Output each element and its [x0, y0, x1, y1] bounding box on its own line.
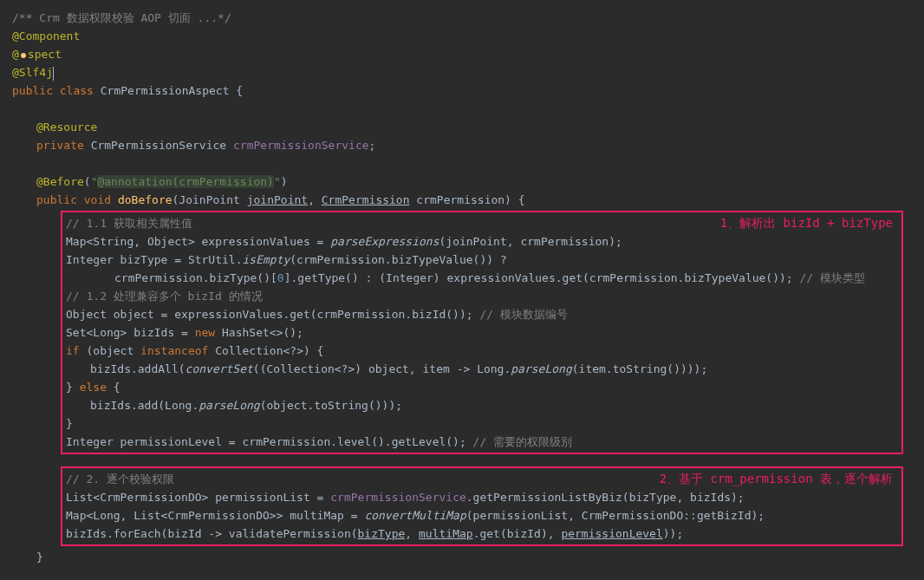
code-line: } else { [66, 378, 898, 396]
caret-marker [21, 53, 26, 58]
code-line: crmPermission.bizType()[0].getType() : (… [66, 269, 898, 287]
method-signature: public void doBefore(JoinPoint joinPoint… [12, 191, 912, 209]
code-line: } [66, 414, 898, 433]
class-declaration: public class CrmPermissionAspect { [12, 81, 912, 100]
code-line: Set<Long> bizIds = new HashSet<>(); [66, 323, 898, 342]
code-line: bizIds.add(Long.parseLong(object.toStrin… [66, 396, 898, 414]
code-line: Map<String, Object> expressionValues = p… [66, 232, 898, 251]
code-line: if (object instanceof Collection<?>) { [66, 342, 898, 360]
code-line: bizIds.forEach(bizId -> validatePermissi… [66, 525, 898, 543]
doc-comment: /** Crm 数据权限校验 AOP 切面 ...*/ [12, 9, 912, 27]
code-editor[interactable]: /** Crm 数据权限校验 AOP 切面 ...*/ @Component @… [0, 0, 924, 575]
annotation-before: @Before("@annotation(crmPermission)") [12, 173, 912, 191]
code-line: bizIds.addAll(convertSet((Collection<?>)… [66, 360, 898, 378]
annotation-component: @Component [12, 27, 912, 45]
field-declaration: private CrmPermissionService crmPermissi… [12, 136, 912, 154]
annotation-box-1: 1、解析出 bizId + bizType // 1.1 获取相关属性值 Map… [61, 211, 903, 454]
code-line: Map<Long, List<CrmPermissionDO>> multiMa… [66, 506, 898, 525]
box1-label: 1、解析出 bizId + bizType [720, 214, 893, 232]
code-line: Integer bizType = StrUtil.isEmpty(crmPer… [66, 251, 898, 269]
annotation-aspect: @spect [12, 45, 912, 63]
comment-line: // 1.2 处理兼容多个 bizId 的情况 [66, 287, 898, 305]
code-line: List<CrmPermissionDO> permissionList = c… [66, 488, 898, 506]
code-line: Object object = expressionValues.get(crm… [66, 305, 898, 323]
close-brace: } [12, 548, 912, 566]
code-line: Integer permissionLevel = crmPermission.… [66, 433, 898, 451]
annotation-resource: @Resource [12, 118, 912, 136]
annotation-slf4j: @Slf4j [12, 63, 912, 81]
box2-label: 2、基于 crm_permission 表，逐个解析 [660, 470, 893, 488]
annotation-box-2: 2、基于 crm_permission 表，逐个解析 // 2. 逐个校验权限 … [61, 466, 903, 546]
